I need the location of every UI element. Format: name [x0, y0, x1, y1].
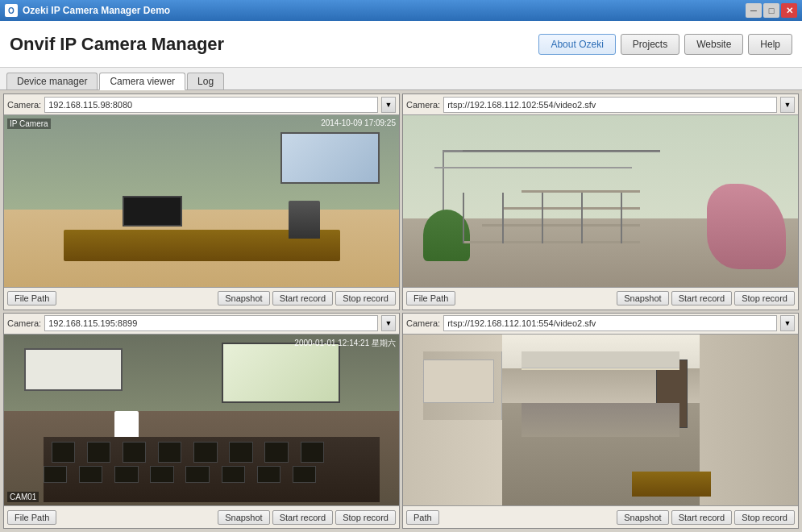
title-bar-left: O Ozeki IP Camera Manager Demo: [5, 4, 170, 17]
cam3-board: [24, 348, 123, 391]
maximize-button[interactable]: □: [763, 3, 779, 18]
camera-panel-1: Camera: ▼ IP Camera 2014-10-09 17:09:25 …: [3, 94, 400, 310]
about-button[interactable]: About Ozeki: [538, 34, 615, 55]
camera-panel-3: Camera: ▼: [3, 313, 400, 530]
cam1-timestamp: 2014-10-09 17:09:25: [321, 118, 396, 127]
cam2-toolbar-bottom: File Path Snapshot Start record Stop rec…: [403, 287, 798, 310]
cam4-filepath-button[interactable]: Path: [406, 510, 439, 525]
projects-button[interactable]: Projects: [621, 34, 679, 55]
cam2-stop-record-button[interactable]: Stop record: [734, 291, 795, 305]
cam1-toolbar-bottom: File Path Snapshot Start record Stop rec…: [4, 287, 399, 310]
cam1-window: [280, 132, 380, 184]
cam1-overlay-label: IP Camera: [7, 118, 51, 129]
cam3-filepath-button[interactable]: File Path: [7, 510, 56, 525]
cam3-toolbar-bottom: File Path Snapshot Start record Stop rec…: [4, 505, 399, 528]
cam2-dropdown-btn[interactable]: ▼: [780, 97, 795, 113]
close-button[interactable]: ✕: [781, 3, 797, 18]
app-header: Onvif IP Camera Manager About Ozeki Proj…: [0, 21, 802, 68]
cam1-stop-record-button[interactable]: Stop record: [335, 291, 396, 305]
camera-panel-4: Camera: ▼: [402, 313, 799, 530]
cam2-snapshot-button[interactable]: Snapshot: [617, 291, 668, 305]
cam3-start-record-button[interactable]: Start record: [272, 510, 333, 525]
website-button[interactable]: Website: [684, 34, 743, 55]
cam3-dropdown-btn[interactable]: ▼: [381, 315, 396, 331]
cam2-toolbar-top: Camera: ▼: [403, 94, 798, 115]
title-bar-controls: ─ □ ✕: [746, 3, 797, 18]
cam2-label: Camera:: [406, 100, 440, 110]
cam4-snapshot-button[interactable]: Snapshot: [617, 510, 668, 525]
tab-camera-viewer[interactable]: Camera viewer: [99, 73, 185, 90]
cam1-feed: IP Camera 2014-10-09 17:09:25: [4, 115, 399, 287]
cam3-overlay-label: CAM01: [7, 492, 39, 502]
cam3-snapshot-button[interactable]: Snapshot: [218, 510, 269, 525]
cam4-toolbar-top: Camera: ▼: [403, 314, 798, 335]
minimize-button[interactable]: ─: [746, 3, 762, 18]
cam1-address-input[interactable]: [44, 97, 378, 113]
tab-log[interactable]: Log: [187, 73, 224, 89]
window-title: Ozeki IP Camera Manager Demo: [23, 5, 170, 16]
camera-panel-2: Camera: ▼: [402, 94, 799, 310]
cam4-start-record-button[interactable]: Start record: [671, 510, 732, 525]
cam3-label: Camera:: [7, 318, 41, 328]
cam4-label: Camera:: [406, 318, 440, 328]
cam4-feed: [403, 335, 798, 506]
title-bar: O Ozeki IP Camera Manager Demo ─ □ ✕: [0, 0, 802, 21]
cameras-bottom-row: Camera: ▼: [3, 313, 799, 530]
cam4-toolbar-bottom: Path Snapshot Start record Stop record: [403, 505, 798, 528]
cam1-monitor: [123, 196, 182, 227]
cam1-snapshot-button[interactable]: Snapshot: [218, 291, 269, 305]
cam2-feed: [403, 115, 798, 287]
help-button[interactable]: Help: [748, 34, 792, 55]
cam3-toolbar-top: Camera: ▼: [4, 314, 399, 335]
cam1-person: [289, 201, 320, 239]
cam3-address-input[interactable]: [44, 315, 378, 331]
cam1-dropdown-btn[interactable]: ▼: [381, 97, 396, 113]
cam2-start-record-button[interactable]: Start record: [671, 291, 732, 305]
cam3-stop-record-button[interactable]: Stop record: [335, 510, 396, 525]
cam3-window: [222, 343, 340, 402]
cam4-dropdown-btn[interactable]: ▼: [780, 315, 795, 331]
tab-device-manager[interactable]: Device manager: [6, 73, 98, 89]
cam3-timestamp: 2000-01-01 12:14:21 星期六: [294, 338, 396, 349]
cam3-feed: 2000-01-01 12:14:21 星期六 CAM01: [4, 335, 399, 506]
app-title: Onvif IP Camera Manager: [10, 34, 224, 55]
header-buttons: About Ozeki Projects Website Help: [538, 34, 792, 55]
cam1-label: Camera:: [7, 100, 41, 110]
cam1-start-record-button[interactable]: Start record: [272, 291, 333, 305]
cam2-address-input[interactable]: [443, 97, 777, 113]
cam1-toolbar-top: Camera: ▼: [4, 94, 399, 115]
cam2-railing2: [434, 167, 632, 218]
cam2-filepath-button[interactable]: File Path: [406, 291, 455, 305]
cam4-table: [632, 472, 711, 497]
app-icon: O: [5, 4, 18, 17]
cam4-stop-record-button[interactable]: Stop record: [734, 510, 795, 525]
main-content: Camera: ▼ IP Camera 2014-10-09 17:09:25 …: [0, 90, 802, 532]
tabs-bar: Device manager Camera viewer Log: [0, 68, 802, 90]
cam1-filepath-button[interactable]: File Path: [7, 291, 56, 305]
cam4-address-input[interactable]: [443, 315, 777, 331]
cameras-top-row: Camera: ▼ IP Camera 2014-10-09 17:09:25 …: [3, 94, 799, 310]
